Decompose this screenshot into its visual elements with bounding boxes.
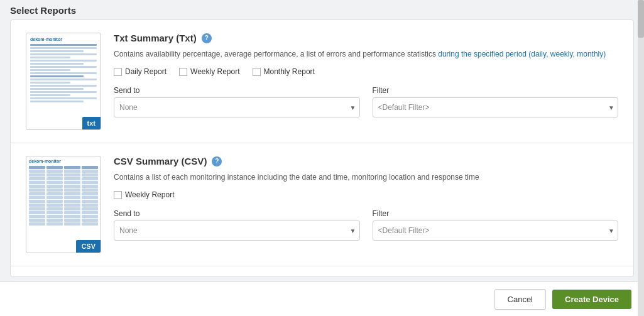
page-title: Select Reports — [0, 0, 644, 19]
csv-report-info: CSV Summary (CSV) ? Contains a list of e… — [114, 156, 618, 253]
csv-checkboxes-row: Weekly Report — [114, 190, 618, 199]
csv-send-to-select[interactable]: None — [114, 221, 360, 241]
thumb-line — [30, 57, 70, 58]
txt-report-info: Txt Summary (Txt) ? Contains availabilit… — [114, 33, 618, 130]
thumb-line — [30, 63, 84, 65]
footer-bar: Cancel Create Device — [0, 281, 644, 316]
thumb-line — [30, 91, 97, 93]
thumb-line — [30, 88, 84, 90]
csv-weekly-label: Weekly Report — [125, 190, 174, 199]
csv-report-description: Contains a list of each monitoring insta… — [114, 172, 618, 183]
txt-weekly-label: Weekly Report — [190, 67, 239, 76]
csv-filter-group: Filter <Default Filter> ▼ — [373, 209, 619, 241]
scrollbar-thumb[interactable] — [638, 0, 644, 38]
thumb-line — [30, 50, 84, 52]
csv-weekly-checkbox-box — [114, 191, 122, 199]
csv-send-to-value: None — [119, 226, 138, 235]
txt-report-description: Contains availability percentage, averag… — [114, 48, 618, 60]
thumb-line — [30, 47, 97, 49]
txt-weekly-checkbox-box — [179, 68, 187, 76]
txt-filter-group: Filter <Default Filter> ▼ — [373, 86, 619, 117]
csv-filter-label: Filter — [373, 209, 619, 218]
txt-filter-value: <Default Filter> — [378, 103, 430, 112]
csv-title-row: CSV Summary (CSV) ? — [114, 156, 618, 166]
txt-report-title: Txt Summary (Txt) — [114, 33, 197, 43]
csv-send-to-group: Send to None ▼ — [114, 209, 360, 241]
csv-thumbnail: dekom-monitor — [26, 156, 101, 253]
thumb-line — [30, 72, 97, 74]
thumb-line — [30, 69, 70, 71]
txt-filter-label: Filter — [373, 86, 619, 95]
txt-badge: txt — [82, 117, 101, 129]
txt-daily-checkbox[interactable]: Daily Report — [114, 67, 166, 76]
csv-weekly-checkbox[interactable]: Weekly Report — [114, 190, 174, 199]
csv-fields-row: Send to None ▼ Filter <Default Filte — [114, 209, 618, 241]
thumb-line — [30, 79, 97, 80]
csv-filter-select[interactable]: <Default Filter> — [373, 221, 619, 241]
txt-checkboxes-row: Daily Report Weekly Report Monthly Repor… — [114, 67, 618, 76]
txt-fields-row: Send to None ▼ Filter <Default Filte — [114, 86, 618, 117]
txt-thumb-logo: dekom-monitor — [30, 37, 97, 41]
content-area: dekom-monitor — [10, 19, 634, 277]
thumb-line — [30, 53, 97, 55]
csv-report-title: CSV Summary (CSV) — [114, 156, 207, 166]
txt-report-section: dekom-monitor — [11, 20, 633, 143]
main-container: Select Reports dekom-monitor — [0, 0, 644, 316]
csv-filter-wrapper: <Default Filter> ▼ — [373, 221, 619, 241]
txt-title-row: Txt Summary (Txt) ? — [114, 33, 618, 43]
txt-help-icon[interactable]: ? — [202, 33, 212, 43]
txt-send-to-label: Send to — [114, 86, 360, 95]
cancel-button[interactable]: Cancel — [494, 289, 546, 310]
thumb-line — [30, 44, 97, 46]
txt-send-to-select[interactable]: None — [114, 97, 360, 117]
txt-send-to-wrapper: None ▼ — [114, 97, 360, 117]
txt-thumbnail: dekom-monitor — [26, 33, 101, 130]
txt-weekly-checkbox[interactable]: Weekly Report — [179, 67, 239, 76]
thumb-line — [30, 82, 70, 84]
txt-send-to-group: Send to None ▼ — [114, 86, 360, 117]
txt-filter-select[interactable]: <Default Filter> — [373, 97, 619, 117]
csv-filter-value: <Default Filter> — [378, 226, 430, 235]
csv-help-icon[interactable]: ? — [212, 156, 222, 166]
txt-filter-wrapper: <Default Filter> ▼ — [373, 97, 619, 117]
csv-thumb-logo: dekom-monitor — [29, 159, 98, 163]
thumb-line — [30, 66, 97, 68]
create-device-button[interactable]: Create Device — [552, 290, 631, 309]
txt-daily-label: Daily Report — [125, 67, 166, 76]
thumb-line — [30, 101, 84, 102]
thumb-line — [30, 75, 84, 77]
csv-badge: CSV — [76, 240, 101, 253]
txt-daily-checkbox-box — [114, 68, 122, 76]
txt-monthly-label: Monthly Report — [264, 67, 315, 76]
txt-monthly-checkbox-box — [253, 68, 261, 76]
txt-desc-link: during the specified period (daily, week… — [438, 50, 606, 58]
txt-monthly-checkbox[interactable]: Monthly Report — [253, 67, 315, 76]
thumb-line — [30, 85, 97, 87]
txt-send-to-value: None — [119, 103, 138, 112]
thumb-line — [30, 60, 97, 62]
thumb-line — [30, 97, 97, 99]
scrollbar-track — [638, 0, 644, 316]
csv-report-section: dekom-monitor — [11, 143, 633, 266]
csv-send-to-label: Send to — [114, 209, 360, 218]
csv-send-to-wrapper: None ▼ — [114, 221, 360, 241]
thumb-line — [30, 94, 70, 96]
